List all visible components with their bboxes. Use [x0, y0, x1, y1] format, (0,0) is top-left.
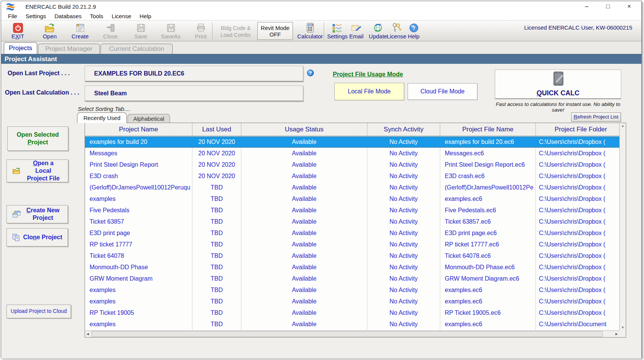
table-cell: TBD	[192, 273, 241, 284]
menu-databases[interactable]: Databases	[51, 13, 85, 19]
exit-button[interactable]: EXIT	[4, 22, 31, 39]
table-cell: No Activity	[367, 193, 440, 205]
table-row[interactable]: Five PedestalsTBDAvailableNo ActivityFiv…	[85, 205, 626, 216]
app-window: ENERCALC Build 20.21.2.9 – □ × File Sett…	[1, 1, 642, 358]
table-cell: Available	[241, 205, 367, 216]
table-row[interactable]: examplesTBDAvailableNo Activityexamples.…	[85, 296, 626, 307]
table-cell: C:\Users\chris\Dropbox (	[536, 296, 626, 307]
table-cell: GRW Moment Diagram.ec6	[440, 273, 536, 284]
column-header-project-file-name: Project File Name	[440, 123, 536, 136]
table-cell: Ticket 63857.ec6	[440, 216, 536, 227]
tab-alphabetical[interactable]: Alphabetical	[128, 114, 170, 123]
table-cell: 20 NOV 2020	[192, 136, 241, 148]
table-row[interactable]: E3D print pageTBDAvailableNo ActivityE3D…	[85, 227, 626, 239]
help-button[interactable]: ? Help	[404, 22, 423, 39]
vertical-scrollbar[interactable]: ▲ ▼	[619, 123, 626, 330]
usage-mode-help-icon[interactable]: ?	[307, 69, 314, 76]
table-cell: C:\Users\chris\Dropbox (	[536, 284, 626, 296]
table-cell: No Activity	[367, 239, 440, 250]
table-cell: Messages.ec6	[440, 148, 536, 159]
table-cell: Available	[241, 319, 367, 330]
table-cell: No Activity	[367, 136, 440, 148]
table-row[interactable]: examplesTBDAvailableNo Activityexamples.…	[85, 193, 626, 205]
table-cell: No Activity	[367, 159, 440, 171]
table-row[interactable]: GRW Moment DiagramTBDAvailableNo Activit…	[85, 273, 626, 284]
menu-license[interactable]: License	[108, 13, 135, 19]
open-button[interactable]: Open	[36, 22, 63, 39]
maximize-icon[interactable]: □	[597, 1, 619, 12]
table-cell: Available	[241, 262, 367, 273]
cloud-file-mode-button[interactable]: Cloud File Mode	[408, 83, 477, 100]
column-header-project-file-folder: Project File Folder	[536, 123, 626, 136]
sorting-caption: Select Sorting Tab....	[78, 106, 131, 112]
close-icon[interactable]: ×	[619, 1, 640, 12]
open-last-calculation-button[interactable]: Steel Beam	[85, 85, 303, 101]
menu-settings[interactable]: Settings	[22, 13, 49, 19]
table-cell: C:\Users\chris\Dropbox (	[536, 250, 626, 262]
table-cell: TBD	[192, 319, 241, 330]
email-button[interactable]: Email	[346, 22, 367, 39]
toolbar-separator	[212, 22, 213, 39]
table-cell: Messages	[85, 148, 192, 159]
local-file-mode-button[interactable]: Local File Mode	[334, 83, 404, 100]
table-row[interactable]: RP Ticket 19005TBDAvailableNo ActivityRP…	[85, 307, 626, 319]
scroll-up-icon[interactable]: ▲	[620, 124, 626, 128]
scrollbar-thumb[interactable]	[91, 331, 603, 337]
table-cell: examples	[85, 296, 192, 307]
menu-bar: File Settings Databases Tools License He…	[1, 12, 641, 20]
open-last-project-button[interactable]: EXAMPLES FOR BUILD 20.EC6	[85, 66, 303, 82]
create-button[interactable]: Create	[66, 22, 94, 39]
tab-recently-used[interactable]: Recently Used	[77, 112, 127, 123]
clone-project-button[interactable]: Clone Project	[6, 228, 68, 246]
upload-project-to-cloud-button[interactable]: Upload Project to Cloud	[6, 305, 71, 318]
open-selected-project-button[interactable]: Open Selected Project	[7, 126, 68, 151]
table-row[interactable]: RP ticket 17777TBDAvailableNo ActivityRP…	[85, 239, 626, 250]
svg-text:?: ?	[170, 28, 172, 32]
horizontal-scrollbar[interactable]: ◀ ▶	[85, 330, 619, 337]
scroll-left-icon[interactable]: ◀	[87, 332, 89, 336]
table-cell: Available	[241, 307, 367, 319]
menu-help[interactable]: Help	[136, 13, 155, 19]
menu-file[interactable]: File	[5, 13, 20, 19]
table-row[interactable]: examplesTBDAvailableNo Activityexamples.…	[85, 319, 626, 330]
tablet-stylus-icon	[550, 71, 567, 88]
table-cell: Available	[241, 159, 367, 171]
table-row[interactable]: examples for build 2020 NOV 2020Availabl…	[85, 136, 626, 148]
open-local-project-file-button[interactable]: Open a Local Project File	[6, 159, 68, 182]
table-cell: TBD	[192, 193, 241, 205]
table-cell: TBD	[192, 296, 241, 307]
table-cell: C:\Users\chris\Dropbox (	[536, 193, 626, 205]
table-row[interactable]: Monmouth-DD PhaseTBDAvailableNo Activity…	[85, 262, 626, 273]
scroll-right-icon[interactable]: ▶	[616, 332, 618, 336]
table-cell: C:\Users\chris\Dropbox (	[536, 136, 626, 148]
table-cell: Print Steel Design Report.ec6	[440, 159, 536, 171]
table-cell: No Activity	[367, 216, 440, 227]
table-row[interactable]: Print Steel Design Report20 NOV 2020Avai…	[85, 159, 626, 171]
calculator-button[interactable]: Calculator	[296, 22, 324, 39]
table-cell: C:\Users\chris\Dropbox (	[536, 227, 626, 239]
table-cell: Available	[241, 136, 367, 148]
quick-calc-button[interactable]: QUICK CALC	[495, 69, 621, 99]
tab-projects[interactable]: Projects	[4, 42, 37, 54]
refresh-project-list-button[interactable]: Refresh Project List	[571, 112, 621, 122]
table-row[interactable]: examplesTBDAvailableNo Activityexamples.…	[85, 284, 626, 296]
minimize-icon[interactable]: –	[576, 1, 597, 12]
table-cell: examples for build 20.ec6	[440, 136, 536, 148]
table-cell: C:\Users\chris\Dropbox (	[536, 205, 626, 216]
table-row[interactable]: E3D crash20 NOV 2020AvailableNo Activity…	[85, 171, 626, 182]
create-new-project-button[interactable]: Create New Project	[6, 205, 68, 223]
menu-tools[interactable]: Tools	[87, 13, 107, 19]
table-cell: E3D crash	[85, 171, 192, 182]
scroll-down-icon[interactable]: ▼	[620, 326, 626, 329]
table-row[interactable]: (Gerloff)DrJamesPowell10012PeruquTBDAvai…	[85, 182, 626, 193]
table-row[interactable]: Ticket 63857TBDAvailableNo ActivityTicke…	[85, 216, 626, 227]
table-cell: RP Ticket 19005.ec6	[440, 307, 536, 319]
table-row[interactable]: Ticket 64078TBDAvailableNo ActivityTicke…	[85, 250, 626, 262]
table-cell: examples	[85, 319, 192, 330]
table-cell: 20 NOV 2020	[192, 171, 241, 182]
table-cell: 20 NOV 2020	[192, 159, 241, 171]
table-cell: Available	[241, 148, 367, 159]
revit-mode-button[interactable]: Revit Mode OFF	[257, 22, 293, 40]
column-header-project-name: Project Name	[85, 123, 192, 136]
table-row[interactable]: Messages20 NOV 2020AvailableNo ActivityM…	[85, 148, 626, 159]
